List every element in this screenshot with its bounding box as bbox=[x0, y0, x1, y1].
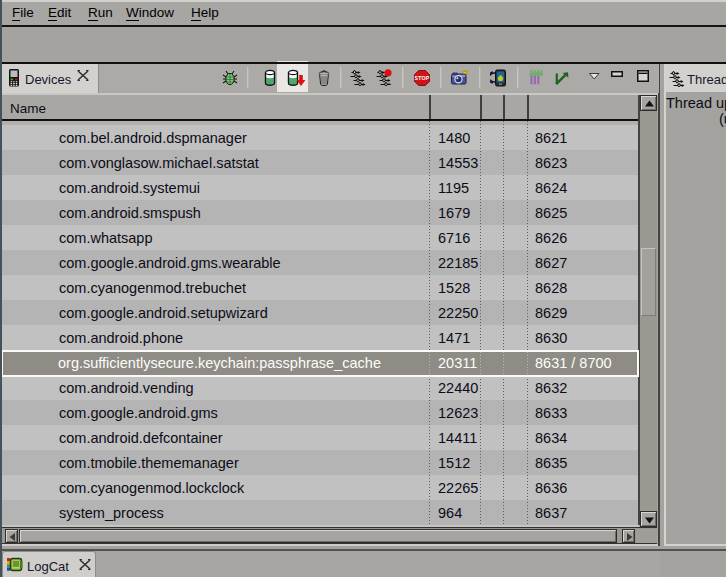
svg-text:STOP: STOP bbox=[415, 75, 430, 81]
